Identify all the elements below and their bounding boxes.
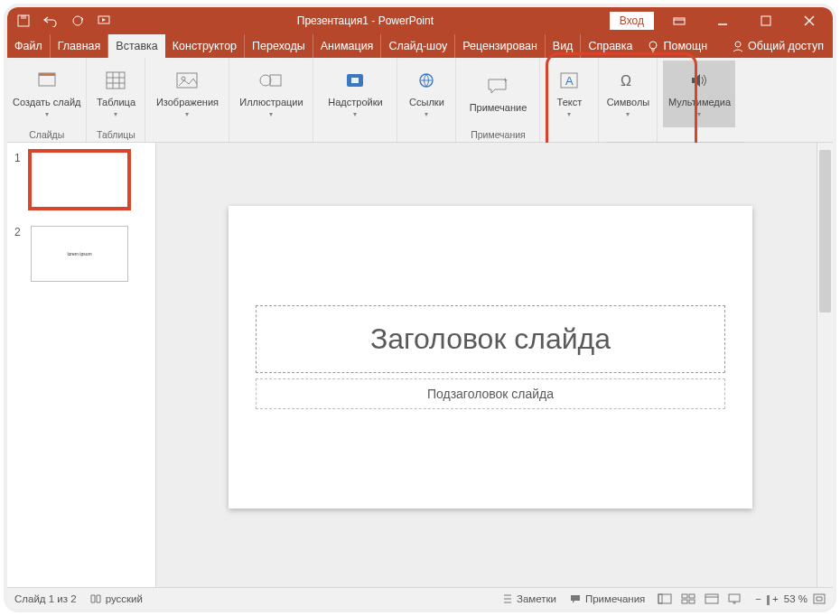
vertical-scrollbar[interactable] bbox=[817, 143, 833, 587]
thumbnail-2[interactable]: 2 lorem ipsum bbox=[14, 226, 148, 282]
svg-rect-32 bbox=[729, 594, 740, 602]
ribbon: Создать слайд Слайды Таблица Таблицы bbox=[7, 58, 833, 143]
svg-rect-11 bbox=[177, 73, 197, 88]
comment-bubble-icon bbox=[569, 593, 582, 604]
tab-animations[interactable]: Анимация bbox=[313, 34, 382, 58]
svg-rect-30 bbox=[689, 600, 695, 603]
group-tables: Таблицы bbox=[97, 127, 135, 140]
svg-point-6 bbox=[649, 42, 657, 49]
new-slide-icon bbox=[34, 68, 60, 93]
svg-rect-1 bbox=[21, 15, 26, 19]
tab-insert[interactable]: Вставка bbox=[108, 34, 164, 58]
scrollbar-thumb[interactable] bbox=[819, 150, 831, 313]
multimedia-button[interactable]: Мультимедиа bbox=[663, 61, 735, 127]
tab-help[interactable]: Справка bbox=[581, 34, 639, 58]
close-icon[interactable] bbox=[791, 7, 827, 34]
share-label: Общий доступ bbox=[748, 40, 824, 52]
tab-design[interactable]: Конструктор bbox=[165, 34, 245, 58]
svg-rect-5 bbox=[761, 16, 770, 25]
tab-slideshow[interactable]: Слайд-шоу bbox=[381, 34, 455, 58]
redo-icon[interactable] bbox=[70, 14, 85, 28]
minimize-icon[interactable] bbox=[705, 7, 741, 34]
svg-text:+: + bbox=[503, 76, 508, 85]
maximize-icon[interactable] bbox=[748, 7, 784, 34]
reading-view-icon[interactable] bbox=[705, 593, 719, 604]
subtitle-placeholder[interactable]: Подзаголовок слайда bbox=[256, 378, 725, 409]
share-button[interactable]: Общий доступ bbox=[723, 34, 833, 58]
slide-editor[interactable]: Заголовок слайда Подзаголовок слайда bbox=[156, 143, 817, 587]
zoom-level[interactable]: 53 % bbox=[784, 593, 807, 604]
svg-rect-31 bbox=[705, 594, 718, 603]
svg-rect-29 bbox=[682, 600, 687, 603]
svg-rect-33 bbox=[814, 594, 825, 603]
window-title: Презентация1 - PowerPoint bbox=[121, 14, 610, 27]
svg-rect-28 bbox=[689, 594, 695, 598]
ribbon-tabs: Файл Главная Вставка Конструктор Переход… bbox=[7, 34, 833, 58]
tell-me-label: Помощн bbox=[663, 40, 707, 52]
group-comments: Примечания bbox=[471, 127, 526, 140]
addins-icon bbox=[342, 68, 368, 93]
tab-view[interactable]: Вид bbox=[546, 34, 582, 58]
tab-transitions[interactable]: Переходы bbox=[245, 34, 313, 58]
comments-button[interactable]: Примечания bbox=[569, 593, 645, 604]
omega-icon: Ω bbox=[615, 68, 640, 93]
picture-icon bbox=[174, 68, 200, 93]
svg-rect-25 bbox=[658, 594, 671, 603]
svg-text:A: A bbox=[565, 74, 574, 88]
tab-review[interactable]: Рецензирован bbox=[455, 34, 546, 58]
symbols-button[interactable]: Ω Символы bbox=[604, 61, 651, 127]
svg-rect-27 bbox=[682, 594, 687, 598]
links-button[interactable]: Ссылки bbox=[403, 61, 450, 127]
tell-me[interactable]: Помощн bbox=[639, 34, 714, 58]
undo-icon[interactable] bbox=[43, 14, 58, 28]
slide-canvas: Заголовок слайда Подзаголовок слайда bbox=[229, 206, 752, 509]
svg-point-12 bbox=[182, 77, 185, 80]
shapes-icon bbox=[258, 68, 284, 93]
comment-icon: + bbox=[485, 73, 510, 98]
lightbulb-icon bbox=[647, 40, 659, 52]
slideshow-view-icon[interactable] bbox=[728, 593, 742, 604]
language-button[interactable]: русский bbox=[89, 593, 143, 604]
slide-counter[interactable]: Слайд 1 из 2 bbox=[14, 593, 77, 604]
ribbon-display-icon[interactable] bbox=[661, 7, 697, 34]
notes-button[interactable]: Заметки bbox=[502, 593, 556, 604]
title-placeholder[interactable]: Заголовок слайда bbox=[256, 305, 725, 373]
start-slideshow-icon[interactable] bbox=[98, 14, 112, 28]
svg-rect-16 bbox=[351, 78, 359, 83]
table-button[interactable]: Таблица bbox=[92, 61, 139, 127]
svg-point-7 bbox=[735, 42, 741, 47]
text-button[interactable]: A Текст bbox=[546, 61, 593, 127]
link-icon bbox=[414, 68, 439, 93]
group-slides: Слайды bbox=[29, 127, 64, 140]
svg-point-2 bbox=[73, 16, 82, 25]
svg-rect-4 bbox=[674, 18, 685, 24]
table-icon bbox=[103, 68, 128, 93]
normal-view-icon[interactable] bbox=[658, 593, 672, 604]
svg-point-13 bbox=[260, 75, 271, 86]
title-bar: Презентация1 - PowerPoint Вход bbox=[7, 7, 833, 34]
new-slide-button[interactable]: Создать слайд bbox=[13, 61, 80, 127]
addins-button[interactable]: Надстройки bbox=[319, 61, 391, 127]
zoom-in-icon[interactable]: + bbox=[772, 593, 779, 604]
textbox-icon: A bbox=[556, 68, 582, 93]
comment-button[interactable]: + Примечание bbox=[462, 61, 534, 127]
slide-thumbnails: 1 2 lorem ipsum bbox=[7, 143, 156, 587]
sorter-view-icon[interactable] bbox=[681, 593, 695, 604]
person-icon bbox=[732, 40, 744, 52]
svg-rect-10 bbox=[107, 72, 125, 89]
illustrations-button[interactable]: Иллюстрации bbox=[235, 61, 307, 127]
notes-icon bbox=[502, 593, 513, 604]
images-button[interactable]: Изображения bbox=[151, 61, 223, 127]
tab-file[interactable]: Файл bbox=[7, 34, 51, 58]
tab-home[interactable]: Главная bbox=[51, 34, 109, 58]
svg-rect-26 bbox=[658, 594, 662, 603]
svg-rect-9 bbox=[39, 73, 55, 76]
login-button[interactable]: Вход bbox=[610, 12, 654, 30]
zoom-out-icon[interactable]: − bbox=[755, 593, 761, 604]
svg-text:Ω: Ω bbox=[621, 73, 631, 89]
book-icon bbox=[89, 593, 102, 604]
fit-to-window-icon[interactable] bbox=[813, 593, 826, 604]
speaker-icon bbox=[686, 68, 712, 93]
save-icon[interactable] bbox=[16, 14, 31, 28]
thumbnail-1[interactable]: 1 bbox=[14, 152, 148, 208]
